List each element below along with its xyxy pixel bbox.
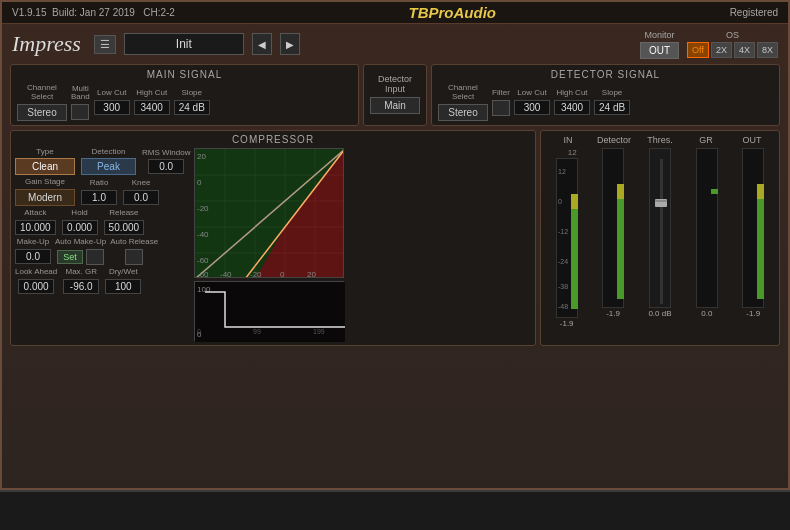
svg-text:99: 99: [253, 328, 261, 335]
version-info: V1.9.15 Build: Jan 27 2019 CH:2-2: [12, 7, 175, 18]
main-signal-title: MAIN SIGNAL: [17, 69, 352, 80]
vu-detector-meter: -1.9: [602, 148, 624, 341]
svg-text:20: 20: [197, 152, 206, 161]
det-filter-group: Filter: [492, 89, 510, 116]
auto-makeup-toggle[interactable]: [86, 249, 104, 265]
rms-window-value[interactable]: 0.0: [148, 159, 184, 174]
svg-rect-35: [617, 199, 624, 299]
max-gr-group: Max. GR -96.0: [63, 268, 99, 294]
os-2x-button[interactable]: 2X: [711, 42, 732, 58]
auto-release-toggle[interactable]: [125, 249, 143, 265]
makeup-label: Make-Up: [17, 238, 49, 247]
vu-gr-meter: 0.0: [696, 148, 718, 341]
os-8x-button[interactable]: 8X: [757, 42, 778, 58]
release-graph-svg: 100 0 0 99 199: [195, 282, 345, 342]
compressor-title: COMPRESSOR: [11, 131, 535, 148]
svg-text:-20: -20: [197, 204, 209, 213]
svg-text:-12: -12: [558, 228, 568, 235]
knee-value[interactable]: 0.0: [123, 190, 159, 205]
det-low-cut-label: Low Cut: [517, 89, 546, 98]
svg-text:0: 0: [197, 328, 201, 335]
channel-select-button[interactable]: Stereo: [17, 104, 67, 121]
dry-wet-group: Dry/Wet 100: [105, 268, 141, 294]
vu-threshold-meter[interactable]: 0.0 dB: [648, 148, 671, 341]
svg-text:-60: -60: [197, 270, 209, 278]
det-slope-value[interactable]: 24 dB: [594, 100, 630, 115]
os-label: OS: [726, 30, 739, 40]
dry-wet-value[interactable]: 100: [105, 279, 141, 294]
vu-gr-label: GR: [689, 135, 724, 145]
svg-text:-60: -60: [197, 256, 209, 265]
compressor-panel: COMPRESSOR Type Clean Detection Pe: [10, 130, 536, 346]
vu-threshold-value: 0.0 dB: [648, 309, 671, 318]
main-slope-group: Slope 24 dB: [174, 89, 210, 115]
detection-group: Detection Peak: [81, 148, 136, 176]
plugin-logo: Impress: [12, 31, 81, 57]
vu-in-label: IN: [551, 135, 586, 145]
auto-makeup-set-button[interactable]: Set: [57, 250, 83, 264]
dry-wet-label: Dry/Wet: [109, 268, 138, 277]
hold-value[interactable]: 0.000: [62, 220, 98, 235]
attack-label: Attack: [24, 209, 46, 218]
release-group: Release 50.000: [104, 209, 145, 235]
monitor-out-button[interactable]: OUT: [640, 42, 679, 59]
vu-out-label: OUT: [735, 135, 770, 145]
look-ahead-value[interactable]: 0.000: [18, 279, 54, 294]
knee-group: Knee 0.0: [123, 179, 159, 205]
attack-value[interactable]: 10.000: [15, 220, 56, 235]
det-low-cut-group: Low Cut 300: [514, 89, 550, 115]
vu-in-meter: 12 12 0 -12 -24 -38 -48: [556, 148, 578, 341]
ratio-value[interactable]: 1.0: [81, 190, 117, 205]
makeup-value[interactable]: 0.0: [15, 249, 51, 264]
svg-rect-42: [757, 184, 764, 199]
main-high-cut-label: High Cut: [136, 89, 167, 98]
release-label: Release: [109, 209, 138, 218]
svg-rect-37: [660, 159, 663, 304]
attack-group: Attack 10.000: [15, 209, 56, 235]
multi-band-label: MultiBand: [71, 85, 90, 103]
det-low-cut-value[interactable]: 300: [514, 100, 550, 115]
brand-name: TBProAudio: [409, 4, 497, 21]
next-preset-button[interactable]: ▶: [280, 33, 300, 55]
channel-select-label: ChannelSelect: [27, 84, 57, 102]
look-ahead-group: Look Ahead 0.000: [15, 268, 57, 294]
vu-detector-label: Detector: [597, 135, 632, 145]
main-high-cut-value[interactable]: 3400: [134, 100, 170, 115]
vu-in-value: -1.9: [560, 319, 574, 328]
auto-release-group: Auto Release: [110, 238, 158, 265]
detector-input-button[interactable]: Main: [370, 97, 420, 114]
hold-label: Hold: [71, 209, 87, 218]
det-channel-select-button[interactable]: Stereo: [438, 104, 488, 121]
svg-rect-33: [571, 209, 578, 309]
multi-band-button[interactable]: [71, 104, 89, 120]
rms-window-label: RMS Window: [142, 149, 190, 158]
ratio-group: Ratio 1.0: [81, 179, 117, 205]
main-slope-label: Slope: [182, 89, 202, 98]
main-high-cut-group: High Cut 3400: [134, 89, 170, 115]
detector-signal-panel: DETECTOR SIGNAL ChannelSelect Stereo Fil…: [431, 64, 780, 126]
main-low-cut-value[interactable]: 300: [94, 100, 130, 115]
det-filter-button[interactable]: [492, 100, 510, 116]
type-button[interactable]: Clean: [15, 158, 75, 175]
look-ahead-label: Look Ahead: [15, 268, 57, 277]
detection-button[interactable]: Peak: [81, 158, 136, 175]
ratio-label: Ratio: [90, 179, 109, 188]
det-high-cut-value[interactable]: 3400: [554, 100, 590, 115]
max-gr-value[interactable]: -96.0: [63, 279, 99, 294]
os-off-button[interactable]: Off: [687, 42, 709, 58]
release-value[interactable]: 50.000: [104, 220, 145, 235]
prev-preset-button[interactable]: ◀: [252, 33, 272, 55]
type-label: Type: [36, 148, 53, 157]
svg-text:20: 20: [307, 270, 316, 278]
main-slope-value[interactable]: 24 dB: [174, 100, 210, 115]
menu-button[interactable]: ☰: [94, 35, 116, 54]
max-gr-label: Max. GR: [65, 268, 97, 277]
det-slope-group: Slope 24 dB: [594, 89, 630, 115]
det-high-cut-label: High Cut: [556, 89, 587, 98]
compressor-graph[interactable]: -60 -40 -20 0 20 20 0 -20 -40 -60: [194, 148, 344, 278]
type-group: Type Clean: [15, 148, 75, 176]
gain-stage-button[interactable]: Modern: [15, 189, 75, 206]
os-4x-button[interactable]: 4X: [734, 42, 755, 58]
release-graph[interactable]: 100 0 0 99 199: [194, 281, 344, 341]
svg-rect-40: [711, 189, 718, 194]
